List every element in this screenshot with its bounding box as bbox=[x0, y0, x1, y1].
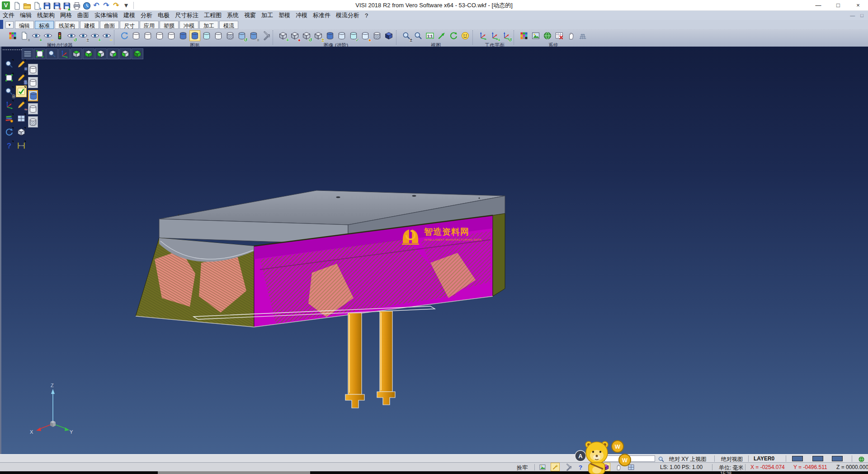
menu-item[interactable]: 实体编辑 bbox=[92, 11, 121, 20]
print-icon[interactable] bbox=[72, 1, 81, 10]
tab-应用[interactable]: 应用 bbox=[140, 21, 159, 29]
shaded-cube-icon[interactable] bbox=[383, 30, 394, 41]
attribute-brush-icon[interactable] bbox=[7, 30, 18, 41]
tab-dropdown-button[interactable]: ▾ bbox=[5, 21, 14, 28]
quick-access-dropdown-icon[interactable]: ▾ bbox=[122, 1, 131, 10]
color-swatch-1[interactable] bbox=[792, 456, 803, 461]
save-icon[interactable] bbox=[42, 1, 51, 10]
transparent-cylinder-icon[interactable] bbox=[201, 30, 212, 41]
menu-item[interactable]: 尺寸标注 bbox=[172, 11, 201, 20]
outline-cylinder-icon[interactable] bbox=[166, 30, 177, 41]
view-front-icon[interactable] bbox=[119, 48, 131, 59]
pan-arrow-icon[interactable] bbox=[436, 30, 447, 41]
invert-visibility-icon[interactable]: ± bbox=[78, 30, 89, 41]
close-button[interactable]: × bbox=[848, 0, 868, 10]
print-preview-icon[interactable] bbox=[82, 1, 91, 10]
zoom-in-out-icon[interactable]: ± bbox=[401, 30, 412, 41]
solid-cylinder-icon[interactable] bbox=[178, 30, 189, 41]
window-layout-icon[interactable] bbox=[16, 113, 27, 124]
zoom-fit-icon[interactable] bbox=[34, 48, 46, 59]
perspective-grid-icon[interactable] bbox=[577, 30, 588, 41]
mesh-cylinder-icon[interactable] bbox=[225, 30, 236, 41]
redraw-icon[interactable] bbox=[119, 30, 130, 41]
zoom-dynamic-icon[interactable] bbox=[4, 58, 14, 70]
menu-item[interactable]: ? bbox=[362, 12, 371, 19]
verified-cylinder-icon[interactable]: ✓ bbox=[348, 30, 359, 41]
save-as-icon[interactable]: + bbox=[52, 1, 61, 10]
color-swatch-2[interactable] bbox=[812, 456, 823, 461]
zoom-window-left-icon[interactable] bbox=[4, 72, 14, 84]
context-help-icon[interactable] bbox=[4, 140, 14, 152]
cylinder-restore-icon[interactable]: ↺ bbox=[236, 30, 247, 41]
taskbar-item[interactable] bbox=[158, 471, 310, 474]
menu-item[interactable]: 曲面 bbox=[75, 11, 92, 20]
tab-模流[interactable]: 模流 bbox=[219, 21, 238, 29]
wireframe-cylinder-icon[interactable] bbox=[131, 30, 142, 41]
color-table-icon[interactable] bbox=[519, 30, 529, 41]
menu-item[interactable]: 塑模 bbox=[276, 11, 293, 20]
menu-item[interactable]: 冲模 bbox=[293, 11, 310, 20]
rotate-view-icon[interactable] bbox=[448, 30, 459, 41]
magic-select-icon[interactable] bbox=[551, 463, 560, 471]
tab-曲面[interactable]: 曲面 bbox=[100, 21, 119, 29]
menu-item[interactable]: 电极 bbox=[155, 11, 172, 20]
advanced-add-icon[interactable]: + bbox=[278, 30, 288, 41]
mesh-cylinder-2-icon[interactable] bbox=[372, 30, 382, 41]
active-layer-button[interactable]: LAYER0 bbox=[754, 455, 774, 462]
flagged-cylinder-icon[interactable]: ● bbox=[360, 30, 371, 41]
lock-toggle[interactable]: 拴牢 bbox=[517, 464, 528, 472]
display-wireframe-item[interactable] bbox=[28, 64, 38, 75]
history-icon[interactable]: ↷ bbox=[112, 1, 121, 10]
page-preview-icon[interactable]: ≡ bbox=[19, 30, 30, 41]
mdi-minimize-button[interactable]: — bbox=[850, 13, 855, 18]
advanced-filter-icon[interactable]: ● bbox=[289, 30, 300, 41]
hide-all-icon[interactable]: − bbox=[101, 30, 112, 41]
zoom-view-icon[interactable] bbox=[46, 48, 58, 59]
display-hidden-line-item[interactable] bbox=[28, 77, 38, 88]
view-left-icon[interactable] bbox=[95, 48, 107, 59]
tab-尺寸[interactable]: 尺寸 bbox=[120, 21, 139, 29]
confirm-selection-icon[interactable] bbox=[16, 85, 27, 97]
menu-item[interactable]: 线架构 bbox=[34, 11, 57, 20]
menu-item[interactable]: 系统 bbox=[224, 11, 241, 20]
show-all-icon[interactable]: + bbox=[90, 30, 100, 41]
mdi-restore-button[interactable]: □ bbox=[860, 13, 863, 18]
zoom-window-icon[interactable] bbox=[413, 30, 424, 41]
tab-冲模[interactable]: 冲模 bbox=[179, 21, 198, 29]
tab-建模[interactable]: 建模 bbox=[80, 21, 99, 29]
view-menu-icon[interactable] bbox=[22, 48, 33, 59]
open-file-icon[interactable] bbox=[22, 1, 31, 10]
menu-item[interactable]: 网格 bbox=[57, 11, 75, 20]
view-right-icon[interactable] bbox=[107, 48, 119, 59]
menu-item[interactable]: 工程图 bbox=[201, 11, 224, 20]
display-shaded-item[interactable] bbox=[28, 90, 38, 101]
flat-cylinder-icon[interactable] bbox=[213, 30, 224, 41]
advanced-toggle-icon[interactable]: ± bbox=[313, 30, 324, 41]
menu-item[interactable]: 编辑 bbox=[17, 11, 34, 20]
save-all-icon[interactable]: ▲ bbox=[62, 1, 71, 10]
tab-编辑[interactable]: 编辑 bbox=[15, 21, 34, 29]
menu-item[interactable]: 模流分析 bbox=[333, 11, 362, 20]
zoom-scale-icon[interactable]: ± bbox=[4, 85, 14, 97]
shaded-cylinder-icon[interactable] bbox=[189, 30, 200, 41]
layer-manager-icon[interactable] bbox=[4, 113, 14, 124]
render-smiley-icon[interactable] bbox=[460, 30, 471, 41]
cylinder-attributes-icon[interactable]: ≡ bbox=[248, 30, 259, 41]
menu-item[interactable]: 建模 bbox=[121, 11, 138, 20]
menu-item[interactable]: 文件 bbox=[0, 11, 17, 20]
import-file-icon[interactable]: + bbox=[32, 1, 41, 10]
selection-filter-icon[interactable] bbox=[566, 30, 576, 41]
table-delete-icon[interactable] bbox=[554, 30, 565, 41]
log-view-icon[interactable] bbox=[538, 463, 547, 471]
show-entities-icon[interactable]: + bbox=[31, 30, 42, 41]
section-cylinder-icon[interactable] bbox=[325, 30, 335, 41]
tab-加工[interactable]: 加工 bbox=[199, 21, 218, 29]
new-document-icon[interactable] bbox=[12, 1, 21, 10]
refresh-visibility-icon[interactable]: ↺ bbox=[66, 30, 77, 41]
color-swatch-3[interactable] bbox=[832, 456, 843, 461]
image-capture-icon[interactable] bbox=[530, 30, 541, 41]
restore-button[interactable]: □ bbox=[828, 0, 848, 10]
display-mesh-item[interactable] bbox=[28, 116, 38, 128]
hidden-line-cylinder-icon[interactable] bbox=[142, 30, 153, 41]
minimize-button[interactable]: — bbox=[808, 0, 828, 10]
